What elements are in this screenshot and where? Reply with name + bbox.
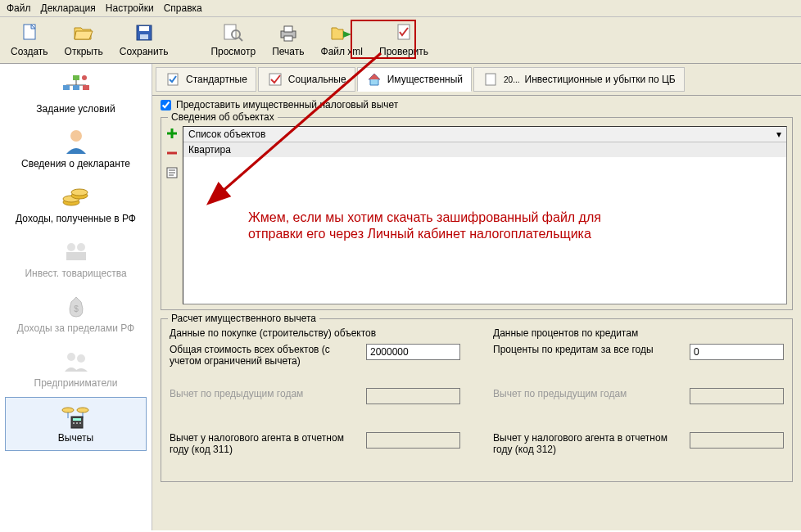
calculator-coins-icon bbox=[57, 401, 96, 431]
prev-years-label-left: Вычет по предыдущим годам bbox=[170, 388, 358, 399]
left-col-head: Данные по покупке (строительству) объект… bbox=[170, 327, 460, 339]
coins-icon bbox=[57, 182, 96, 211]
svg-rect-11 bbox=[284, 26, 292, 32]
menu-help[interactable]: Справка bbox=[164, 2, 202, 14]
interest-label: Проценты по кредитам за все годы bbox=[493, 344, 681, 355]
agent-311-input bbox=[366, 432, 460, 449]
svg-marker-14 bbox=[343, 31, 351, 38]
total-cost-input[interactable] bbox=[366, 344, 460, 360]
agent-312-label: Вычет у налогового агента в отчетном год… bbox=[493, 432, 681, 455]
printer-icon bbox=[275, 21, 301, 44]
house-icon bbox=[366, 71, 382, 88]
svg-line-9 bbox=[239, 38, 242, 41]
tab-standard[interactable]: Стандартные bbox=[156, 67, 256, 92]
total-cost-label: Общая стоимость всех объектов (с учетом … bbox=[170, 344, 358, 367]
svg-point-27 bbox=[71, 189, 88, 196]
prev-years-label-right: Вычет по предыдущим годам bbox=[493, 388, 681, 399]
menu-file[interactable]: Файл bbox=[7, 2, 31, 14]
view-button[interactable]: Просмотр bbox=[203, 19, 263, 61]
objects-toolbar bbox=[161, 123, 183, 309]
objects-list-header: Список объектов ▾ bbox=[183, 127, 786, 142]
people-icon bbox=[57, 346, 96, 376]
clipboard-check-icon bbox=[165, 71, 181, 88]
new-file-icon bbox=[16, 21, 43, 44]
svg-rect-21 bbox=[83, 85, 89, 90]
check-file-icon bbox=[391, 21, 417, 44]
file-xml-button[interactable]: Файл xml bbox=[314, 19, 371, 61]
svg-point-23 bbox=[70, 130, 82, 142]
prev-years-left-input bbox=[366, 388, 460, 404]
sidebar-item-deductions[interactable]: Вычеты bbox=[5, 397, 147, 451]
remove-object-button[interactable] bbox=[165, 146, 179, 160]
handshake-icon bbox=[57, 237, 96, 266]
svg-point-22 bbox=[82, 75, 87, 80]
svg-rect-12 bbox=[284, 36, 292, 41]
sidebar: Задание условий Сведения о декларанте До… bbox=[0, 64, 152, 530]
svg-rect-6 bbox=[140, 34, 148, 39]
sidebar-item-entrepreneurs[interactable]: Предприниматели bbox=[5, 342, 147, 396]
tab-property[interactable]: Имущественный bbox=[357, 67, 472, 92]
edit-object-button[interactable] bbox=[165, 165, 179, 180]
flowchart-icon bbox=[57, 72, 96, 101]
right-col-head: Данные процентов по кредитам bbox=[493, 327, 784, 339]
file-xml-icon bbox=[328, 21, 355, 44]
check-button[interactable]: Проверить bbox=[372, 19, 436, 61]
svg-marker-3 bbox=[75, 31, 93, 39]
calc-right-col: Данные процентов по кредитам Проценты по… bbox=[493, 327, 784, 476]
print-button[interactable]: Печать bbox=[265, 19, 311, 61]
sidebar-item-income-rf[interactable]: Доходы, полученные в РФ bbox=[5, 178, 147, 232]
sidebar-item-declarant[interactable]: Сведения о декларанте bbox=[5, 123, 147, 177]
menu-bar: Файл Декларация Настройки Справка bbox=[0, 0, 801, 17]
menu-declaration[interactable]: Декларация bbox=[41, 2, 96, 14]
add-object-button[interactable] bbox=[165, 126, 179, 141]
svg-rect-20 bbox=[73, 85, 79, 90]
money-bag-icon: $ bbox=[57, 291, 96, 321]
sidebar-item-invest[interactable]: Инвест. товарищества bbox=[5, 232, 147, 286]
svg-text:$: $ bbox=[74, 304, 79, 313]
svg-rect-5 bbox=[139, 26, 149, 31]
tab-social[interactable]: Социальные bbox=[258, 67, 355, 92]
save-button[interactable]: Сохранить bbox=[112, 19, 176, 61]
svg-rect-41 bbox=[76, 422, 78, 424]
agent-311-label: Вычет у налогового агента в отчетном год… bbox=[170, 432, 358, 455]
agent-312-input bbox=[690, 432, 784, 449]
list-item[interactable]: Квартира bbox=[183, 142, 786, 157]
prev-years-right-input bbox=[690, 388, 784, 404]
svg-point-28 bbox=[67, 243, 75, 251]
content-area: Стандартные Социальные Имущественный 20.… bbox=[152, 64, 801, 530]
tab-bar: Стандартные Социальные Имущественный 20.… bbox=[152, 64, 801, 96]
svg-rect-19 bbox=[63, 85, 70, 90]
svg-point-35 bbox=[77, 408, 88, 413]
svg-rect-42 bbox=[79, 422, 81, 424]
chevron-down-icon[interactable]: ▾ bbox=[776, 128, 781, 140]
calc-group-title: Расчет имущественного вычета bbox=[168, 313, 319, 324]
objects-group-title: Сведения об объектах bbox=[168, 111, 278, 123]
checkbox-red-icon bbox=[267, 71, 283, 88]
svg-point-34 bbox=[62, 408, 74, 413]
create-button[interactable]: Создать bbox=[3, 19, 56, 61]
sidebar-item-conditions[interactable]: Задание условий bbox=[5, 68, 147, 122]
magnifier-icon bbox=[220, 21, 247, 44]
provide-deduction-checkbox[interactable] bbox=[161, 100, 171, 110]
open-button[interactable]: Открыть bbox=[57, 19, 111, 61]
provide-label: Предоставить имущественный налоговый выч… bbox=[176, 99, 398, 110]
calc-group: Расчет имущественного вычета Данные по п… bbox=[161, 318, 793, 482]
svg-marker-46 bbox=[369, 74, 380, 79]
annotation-text: Жмем, если мы хотим скачать зашифрованны… bbox=[248, 210, 707, 242]
floppy-icon bbox=[131, 21, 157, 44]
svg-rect-39 bbox=[73, 418, 81, 421]
svg-marker-13 bbox=[332, 28, 343, 39]
svg-rect-16 bbox=[73, 75, 79, 80]
svg-point-33 bbox=[77, 354, 85, 363]
interest-input[interactable] bbox=[690, 344, 784, 360]
svg-rect-47 bbox=[486, 74, 496, 85]
svg-point-29 bbox=[77, 243, 85, 251]
svg-rect-40 bbox=[73, 422, 75, 424]
document-small-icon bbox=[482, 71, 499, 88]
menu-settings[interactable]: Настройки bbox=[106, 2, 154, 14]
tab-investment[interactable]: 20... Инвестиционные и убытки по ЦБ bbox=[473, 67, 685, 92]
calc-left-col: Данные по покупке (строительству) объект… bbox=[170, 327, 460, 476]
svg-point-32 bbox=[67, 353, 75, 361]
sidebar-item-abroad[interactable]: $ Доходы за пределами РФ bbox=[5, 287, 147, 341]
toolbar: Создать Открыть Сохранить Просмотр Печат… bbox=[0, 17, 801, 64]
